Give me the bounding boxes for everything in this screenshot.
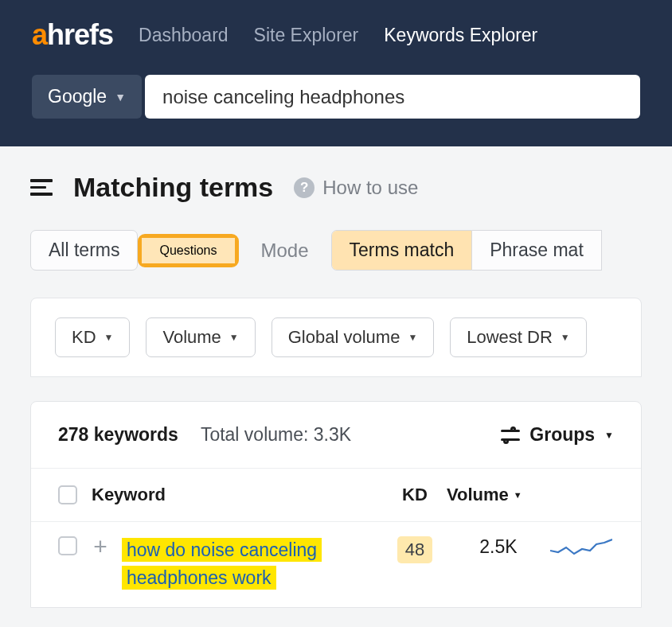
nav-keywords-explorer[interactable]: Keywords Explorer xyxy=(384,25,537,46)
caret-down-icon: ▼ xyxy=(604,430,614,441)
filter-kd[interactable]: KD ▼ xyxy=(55,317,130,357)
table-row: + how do noise canceling headphones work… xyxy=(31,521,641,607)
how-to-use-link[interactable]: ? How to use xyxy=(294,177,418,199)
filter-global-volume[interactable]: Global volume ▼ xyxy=(272,317,435,357)
logo-a: a xyxy=(32,18,47,51)
volume-cell: 2.5K xyxy=(447,536,550,558)
filter-volume-label: Volume xyxy=(162,327,221,348)
column-kd[interactable]: KD xyxy=(383,485,447,505)
sort-desc-icon: ▼ xyxy=(514,490,522,500)
terms-segment: All terms xyxy=(30,230,138,271)
match-segment: Terms match xyxy=(331,230,473,271)
tab-questions[interactable]: Questions xyxy=(142,238,234,263)
filter-global-volume-label: Global volume xyxy=(288,327,400,348)
filter-lowest-dr-label: Lowest DR xyxy=(467,327,553,348)
caret-down-icon: ▼ xyxy=(408,332,417,343)
search-engine-select[interactable]: Google ▼ xyxy=(32,75,142,119)
results-panel: 278 keywords Total volume: 3.3K Groups ▼… xyxy=(30,401,642,608)
groups-label: Groups xyxy=(529,424,595,446)
filter-bar: KD ▼ Volume ▼ Global volume ▼ Lowest DR … xyxy=(30,298,642,377)
table-header-row: Keyword KD Volume ▼ xyxy=(31,468,641,521)
keyword-cell[interactable]: how do noise canceling headphones work xyxy=(122,536,383,591)
total-volume: Total volume: 3.3K xyxy=(201,424,351,446)
row-checkbox[interactable] xyxy=(58,536,77,555)
caret-down-icon: ▼ xyxy=(115,91,126,103)
page-header: Matching terms ? How to use xyxy=(30,172,642,203)
tab-all-terms[interactable]: All terms xyxy=(31,231,137,270)
sliders-icon xyxy=(501,427,520,443)
phrase-segment: Phrase mat xyxy=(472,230,602,271)
search-bar: Google ▼ xyxy=(0,70,672,146)
column-volume[interactable]: Volume ▼ xyxy=(447,485,550,505)
trend-cell xyxy=(550,536,614,565)
select-all-checkbox[interactable] xyxy=(58,485,77,504)
nav-site-explorer[interactable]: Site Explorer xyxy=(254,25,359,46)
logo[interactable]: ahrefs xyxy=(32,18,113,52)
logo-text: hrefs xyxy=(47,18,113,51)
how-to-use-label: How to use xyxy=(322,177,418,199)
menu-icon[interactable] xyxy=(30,175,53,200)
keyword-text: how do noise canceling headphones work xyxy=(122,538,322,590)
nav-dashboard[interactable]: Dashboard xyxy=(139,25,229,46)
keyword-count: 278 keywords xyxy=(58,424,178,446)
groups-toggle[interactable]: Groups ▼ xyxy=(501,424,614,446)
tab-terms-match[interactable]: Terms match xyxy=(332,231,472,270)
page-title: Matching terms xyxy=(73,172,273,203)
kd-badge: 48 xyxy=(397,536,432,563)
tab-phrase-match[interactable]: Phrase mat xyxy=(472,231,601,270)
filter-kd-label: KD xyxy=(72,327,96,348)
search-engine-label: Google xyxy=(48,86,107,107)
column-keyword[interactable]: Keyword xyxy=(92,485,383,505)
top-navigation: ahrefs Dashboard Site Explorer Keywords … xyxy=(0,0,672,70)
filter-lowest-dr[interactable]: Lowest DR ▼ xyxy=(450,317,586,357)
caret-down-icon: ▼ xyxy=(229,332,239,343)
mode-label: Mode xyxy=(261,240,309,262)
keyword-search-input[interactable] xyxy=(145,75,640,119)
caret-down-icon: ▼ xyxy=(561,332,570,343)
help-icon: ? xyxy=(294,177,315,198)
kd-cell: 48 xyxy=(383,536,447,563)
expand-icon[interactable]: + xyxy=(90,536,111,557)
filter-volume[interactable]: Volume ▼ xyxy=(146,317,255,357)
results-header: 278 keywords Total volume: 3.3K Groups ▼ xyxy=(31,402,641,468)
sparkline-icon xyxy=(550,536,612,560)
tab-questions-highlight: Questions xyxy=(138,234,238,267)
filter-tabs: All terms Questions Mode Terms match Phr… xyxy=(30,230,642,271)
caret-down-icon: ▼ xyxy=(104,332,114,343)
column-volume-label: Volume xyxy=(447,485,509,505)
